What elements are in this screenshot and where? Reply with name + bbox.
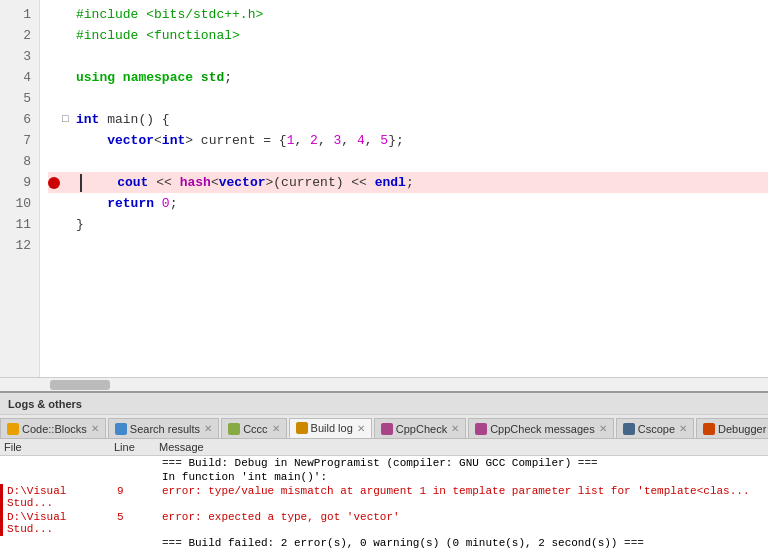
- tab-cscope[interactable]: Cscope ✕: [616, 418, 694, 438]
- code-token: [86, 172, 117, 193]
- tab-close-search[interactable]: ✕: [204, 423, 212, 434]
- code-line-12: [48, 235, 768, 256]
- code-line-3: [48, 46, 768, 67]
- code-token: ,: [318, 130, 334, 151]
- tab-close-cppcheck-messages[interactable]: ✕: [599, 423, 607, 434]
- editor-area: 1 2 3 4 5 6 7 8 9 10 11 12 #include <bit…: [0, 0, 768, 391]
- code-token: vector: [219, 172, 266, 193]
- tab-label-codeblocks: Code::Blocks: [22, 423, 87, 435]
- code-token: hash: [180, 172, 211, 193]
- tab-icon-cscope: [623, 423, 635, 435]
- tab-cppcheck-messages[interactable]: CppCheck messages ✕: [468, 418, 614, 438]
- tab-cppcheck[interactable]: CppCheck ✕: [374, 418, 466, 438]
- code-token: ,: [294, 130, 310, 151]
- code-token: }: [76, 214, 84, 235]
- code-token: 0: [162, 193, 170, 214]
- log-rows: === Build: Debug in NewProgramist (compi…: [0, 456, 768, 550]
- log-row-group-error: D:\Visual Stud... 9 error: type/value mi…: [0, 484, 768, 536]
- tab-label-buildlog: Build log: [311, 422, 353, 434]
- fold-indicator-12: [62, 235, 76, 256]
- code-token: 3: [334, 130, 342, 151]
- code-line-5: [48, 88, 768, 109]
- code-token: int: [76, 109, 99, 130]
- code-token: [193, 67, 201, 88]
- code-token: <<: [148, 172, 179, 193]
- tab-codeblocks[interactable]: Code::Blocks ✕: [0, 418, 106, 438]
- tab-close-cppcheck[interactable]: ✕: [451, 423, 459, 434]
- tab-icon-cccc: [228, 423, 240, 435]
- tab-cccc[interactable]: Cccc ✕: [221, 418, 286, 438]
- logs-panel-header: Logs & others: [0, 393, 768, 415]
- fold-indicator-7: [62, 130, 76, 151]
- scrollbar-thumb[interactable]: [50, 380, 110, 390]
- tab-buildlog[interactable]: Build log ✕: [289, 418, 372, 438]
- fold-indicator-2: [62, 25, 76, 46]
- code-token: [115, 67, 123, 88]
- code-line-10: return 0 ;: [48, 193, 768, 214]
- tab-close-cccc[interactable]: ✕: [272, 423, 280, 434]
- code-token: namespace: [123, 67, 193, 88]
- tab-icon-cppcheck: [381, 423, 393, 435]
- code-token: ;: [170, 193, 178, 214]
- fold-indicator-9: [62, 172, 76, 193]
- code-token: 5: [380, 130, 388, 151]
- code-line-6: □ int main() {: [48, 109, 768, 130]
- log-row-2: D:\Visual Stud... 9 error: type/value mi…: [3, 484, 768, 510]
- log-row-1: In function 'int main()':: [0, 470, 768, 484]
- code-token: ,: [341, 130, 357, 151]
- code-line-11: }: [48, 214, 768, 235]
- code-token: using: [76, 67, 115, 88]
- code-token: [76, 130, 107, 151]
- fold-indicator-6[interactable]: □: [62, 109, 76, 130]
- code-token: ;: [406, 172, 414, 193]
- cursor: [80, 174, 82, 192]
- tab-close-buildlog[interactable]: ✕: [357, 423, 365, 434]
- code-token: #include <bits/stdc++.h>: [76, 4, 263, 25]
- tab-label-debugger: Debugger: [718, 423, 766, 435]
- code-line-2: #include <functional>: [48, 25, 768, 46]
- tab-debugger[interactable]: Debugger ✕: [696, 418, 768, 438]
- breakpoint-marker[interactable]: [48, 177, 60, 189]
- horizontal-scrollbar[interactable]: [0, 377, 768, 391]
- tab-label-cscope: Cscope: [638, 423, 675, 435]
- tab-close-codeblocks[interactable]: ✕: [91, 423, 99, 434]
- log-cell-msg-3: error: expected a type, got 'vector': [162, 511, 764, 523]
- code-token: >(current) <<: [266, 172, 375, 193]
- logs-panel-title: Logs & others: [8, 398, 82, 410]
- code-line-9: cout << hash < vector >(current) << endl…: [48, 172, 768, 193]
- tab-label-cppcheck: CppCheck: [396, 423, 447, 435]
- log-row-0: === Build: Debug in NewProgramist (compi…: [0, 456, 768, 470]
- code-token: <: [211, 172, 219, 193]
- code-container: 1 2 3 4 5 6 7 8 9 10 11 12 #include <bit…: [0, 0, 768, 377]
- tab-label-search: Search results: [130, 423, 200, 435]
- col-header-message: Message: [159, 441, 764, 453]
- code-token: return: [107, 193, 154, 214]
- code-line-7: vector < int > current = { 1 , 2 , 3 , 4…: [48, 130, 768, 151]
- logs-panel: Logs & others Code::Blocks ✕ Search resu…: [0, 391, 768, 559]
- fold-indicator-5: [62, 88, 76, 109]
- code-token: 1: [287, 130, 295, 151]
- code-token: 4: [357, 130, 365, 151]
- code-token: endl: [375, 172, 406, 193]
- log-cell-msg-2: error: type/value mismatch at argument 1…: [162, 485, 764, 497]
- log-table-header: File Line Message: [0, 439, 768, 456]
- log-content: File Line Message === Build: Debug in Ne…: [0, 439, 768, 559]
- code-token: [154, 193, 162, 214]
- tab-label-cppcheck-messages: CppCheck messages: [490, 423, 595, 435]
- fold-indicator-4: [62, 67, 76, 88]
- code-area[interactable]: #include <bits/stdc++.h> #include <funct…: [40, 0, 768, 377]
- log-cell-line-3: 5: [117, 511, 162, 523]
- code-token: #include <functional>: [76, 25, 240, 46]
- code-line-4: using namespace std ;: [48, 67, 768, 88]
- tab-close-cscope[interactable]: ✕: [679, 423, 687, 434]
- tab-icon-cppcheck-messages: [475, 423, 487, 435]
- fold-indicator-3: [62, 46, 76, 67]
- col-header-line: Line: [114, 441, 159, 453]
- error-rows-inner: D:\Visual Stud... 9 error: type/value mi…: [3, 484, 768, 536]
- fold-indicator-10: [62, 193, 76, 214]
- tab-label-cccc: Cccc: [243, 423, 267, 435]
- code-token: int: [162, 130, 185, 151]
- tab-search[interactable]: Search results ✕: [108, 418, 219, 438]
- log-row-3: D:\Visual Stud... 5 error: expected a ty…: [3, 510, 768, 536]
- col-header-file: File: [4, 441, 114, 453]
